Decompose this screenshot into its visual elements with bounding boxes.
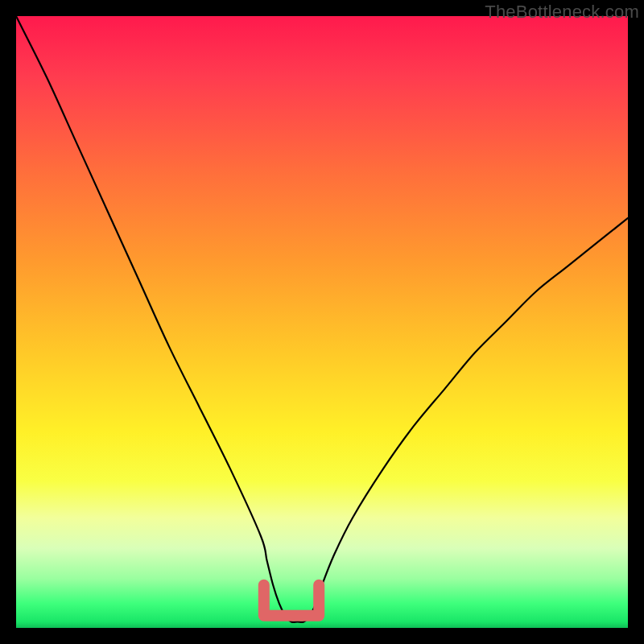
bottleneck-curve-path <box>16 16 628 622</box>
chart-frame: TheBottleneck.com <box>0 0 644 644</box>
watermark-text: TheBottleneck.com <box>485 2 639 23</box>
plot-svg <box>16 16 628 628</box>
highlight-min-path <box>264 585 319 616</box>
plot-area <box>16 16 628 628</box>
